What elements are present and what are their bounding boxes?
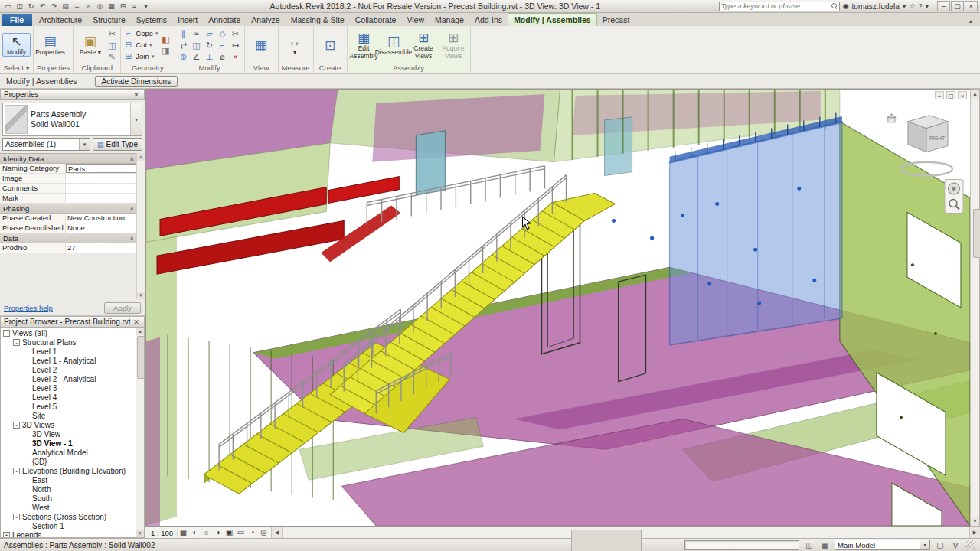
search-icon[interactable]	[831, 3, 838, 9]
mirror-axis-icon[interactable]: ▱	[204, 28, 216, 39]
property-value[interactable]: None	[66, 223, 137, 233]
print-icon[interactable]: ▤	[60, 1, 71, 11]
extend-icon[interactable]: ↦	[230, 40, 242, 51]
shadows-icon[interactable]: ◑	[212, 527, 224, 538]
window-restore-button[interactable]: ▢	[951, 1, 964, 11]
panel-label-assembly[interactable]: Assembly	[348, 64, 470, 73]
element-filter-dropdown-icon[interactable]: ▾	[79, 139, 90, 150]
ribbon-minimize-icon[interactable]: ▴	[966, 16, 975, 26]
view-minimize-icon[interactable]: –	[935, 91, 944, 99]
properties-scrollbar[interactable]: ▲▼	[136, 153, 145, 299]
paste-button[interactable]: ▣Paste ▾	[76, 33, 104, 57]
show-crop-icon[interactable]: ▭	[235, 527, 247, 538]
property-value[interactable]: 27	[66, 243, 137, 253]
steering-wheel-icon[interactable]	[948, 183, 959, 194]
tree-item-level-2-analytical[interactable]: Level 2 - Analytical	[1, 374, 144, 383]
cope-button[interactable]: ⌐Cope▾	[123, 28, 158, 39]
panel-label-modify[interactable]: Modify	[175, 64, 244, 73]
design-options-dropdown-icon[interactable]: ▾	[920, 540, 929, 549]
editable-only-icon[interactable]: ▢	[935, 541, 946, 549]
thin-lines-icon[interactable]: ≡	[129, 1, 140, 11]
tree-expander-icon[interactable]: -	[13, 468, 20, 474]
customize-qat-icon[interactable]: ▾	[140, 1, 152, 11]
tree-item-legends[interactable]: +Legends	[1, 530, 144, 538]
modify-button[interactable]: ↖Modify	[2, 33, 31, 57]
window-close-button[interactable]: ×	[965, 1, 978, 11]
tree-item-level-5[interactable]: Level 5	[1, 402, 144, 411]
group-collapse-icon[interactable]: ∧	[129, 155, 134, 162]
tag-icon[interactable]: ◎	[94, 1, 106, 11]
properties-close-icon[interactable]: ✕	[132, 91, 141, 99]
join-button[interactable]: ⊞Join▾	[123, 51, 158, 62]
signin-caret-icon[interactable]: ▾	[903, 1, 906, 12]
tab-massing-site[interactable]: Massing & Site	[286, 14, 350, 26]
navigation-bar[interactable]	[945, 180, 963, 214]
match-type-icon[interactable]: ✎	[106, 51, 118, 62]
tab-annotate[interactable]: Annotate	[203, 14, 246, 26]
panel-label-view[interactable]: View	[245, 64, 278, 73]
property-group-data[interactable]: Data∧	[0, 233, 137, 243]
tree-item-level-3[interactable]: Level 3	[1, 383, 144, 393]
undo-icon[interactable]: ↶	[37, 1, 48, 11]
tree-item-views-all[interactable]: -Views (all)	[1, 328, 144, 337]
pin-icon[interactable]: ⊥	[204, 51, 216, 62]
aligned-dimension-icon[interactable]: ⌀	[83, 1, 94, 11]
help-caret-icon[interactable]: ▾	[925, 1, 929, 12]
disassemble-button[interactable]: ◫Disassemble	[380, 33, 408, 57]
worksets-icon[interactable]: ◫	[804, 541, 815, 549]
tree-item-elevations-building-elevation[interactable]: -Elevations (Building Elevation)	[1, 466, 144, 475]
tree-item-3d[interactable]: {3D}	[1, 457, 144, 466]
save-icon[interactable]: ◫	[14, 1, 25, 11]
property-value[interactable]: New Construction	[66, 214, 137, 223]
tab-precast[interactable]: Precast	[597, 14, 635, 26]
properties-header[interactable]: Properties ✕	[0, 89, 145, 100]
tree-item-3d-view-1[interactable]: 3D View - 1	[1, 439, 144, 448]
properties-button[interactable]: ▤Properties	[36, 33, 64, 57]
view-close-icon[interactable]: ×	[958, 91, 967, 99]
tab-analyze[interactable]: Analyze	[246, 14, 285, 26]
selection-filter-icon[interactable]: ∇	[950, 541, 961, 549]
tab-add-ins[interactable]: Add-Ins	[469, 14, 508, 26]
tree-item-level-2[interactable]: Level 2	[1, 365, 144, 374]
reveal-hidden-icon[interactable]: ◎	[258, 527, 270, 538]
horizontal-scrollbar[interactable]: ◀ ▶	[272, 527, 980, 538]
property-value[interactable]	[66, 194, 137, 203]
copy-icon[interactable]: ◫	[106, 40, 118, 51]
tree-item-east[interactable]: East	[1, 475, 144, 484]
panel-label-clipboard[interactable]: Clipboard	[74, 64, 120, 73]
move-icon[interactable]: ⇄	[178, 40, 190, 51]
design-options-combo[interactable]: Main Model ▾	[835, 540, 930, 550]
default-3d-view-icon[interactable]: ▦	[106, 1, 117, 11]
section-icon[interactable]: ⊟	[117, 1, 129, 11]
crop-view-icon[interactable]: ▣	[224, 527, 235, 538]
sun-path-icon[interactable]: ☼	[201, 527, 212, 538]
delete-icon[interactable]: ×	[230, 51, 242, 62]
element-filter-combo[interactable]: Assemblies (1) ▾	[2, 138, 90, 151]
group-collapse-icon[interactable]: ∧	[129, 205, 134, 212]
edit-assembly-button[interactable]: ▦Edit Assembly	[350, 29, 378, 60]
scale-icon[interactable]: ∠	[191, 51, 203, 62]
property-value[interactable]: Parts	[66, 164, 137, 173]
tab-manage[interactable]: Manage	[430, 14, 469, 26]
mirror-pick-icon[interactable]: ◇	[217, 28, 229, 39]
type-selector[interactable]: Parts Assembly Solid Wall001 ▾	[2, 103, 142, 136]
activate-dimensions-button[interactable]: Activate Dimensions	[95, 76, 178, 87]
horizontal-scroll-thumb[interactable]	[571, 530, 642, 551]
properties-help-link[interactable]: Properties help	[4, 304, 53, 312]
group-collapse-icon[interactable]: ∧	[129, 235, 134, 242]
property-group-identity-data[interactable]: Identity Data∧	[0, 154, 137, 164]
acquire-views-button[interactable]: ⊞Acquire Views	[439, 29, 468, 60]
tree-item-analytical-model[interactable]: Analytical Model	[1, 448, 144, 457]
help-search-box[interactable]	[719, 2, 840, 11]
array-icon[interactable]: ⊕	[178, 51, 190, 62]
tab-collaborate[interactable]: Collaborate	[350, 14, 402, 26]
vertical-scrollbar[interactable]: ▲ ▼	[970, 89, 980, 527]
viewcube-home-icon[interactable]	[887, 114, 896, 122]
worksets-status-box[interactable]	[684, 540, 799, 550]
search-input[interactable]	[721, 2, 831, 11]
panel-label-geometry[interactable]: Geometry	[121, 64, 174, 73]
measure-button[interactable]: ↔ ▾	[281, 33, 309, 57]
trim-icon[interactable]: ⌐	[217, 40, 229, 51]
scroll-right-icon[interactable]: ▶	[969, 527, 980, 538]
align-icon[interactable]: ∥	[178, 28, 190, 39]
